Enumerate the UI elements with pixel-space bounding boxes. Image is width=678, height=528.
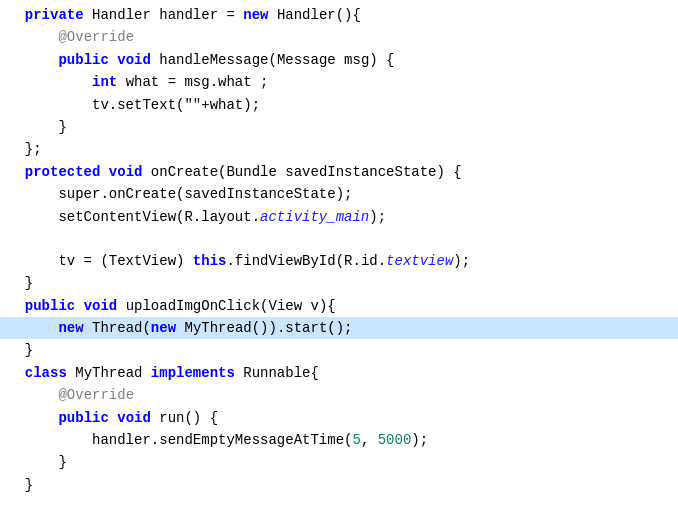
code-line: tv = (TextView) this.findViewById(R.id.t… bbox=[0, 250, 678, 272]
code-token: } bbox=[8, 451, 67, 473]
code-token: @Override bbox=[58, 26, 134, 48]
code-token: activity_main bbox=[260, 206, 369, 228]
code-token: textview bbox=[386, 250, 453, 272]
code-token bbox=[75, 295, 83, 317]
code-line: tv.setText(""+what); bbox=[0, 94, 678, 116]
code-token bbox=[8, 384, 58, 406]
code-token bbox=[8, 94, 92, 116]
code-token: tv.setText("" bbox=[92, 94, 201, 116]
code-token: handleMessage(Message msg) { bbox=[151, 49, 395, 71]
code-line: handler.sendEmptyMessageAtTime(5, 5000); bbox=[0, 429, 678, 451]
code-token: protected bbox=[25, 161, 101, 183]
code-token bbox=[8, 71, 92, 93]
code-line: public void uploadImgOnClick(View v){ bbox=[0, 295, 678, 317]
code-token: public bbox=[25, 295, 75, 317]
code-line: setContentView(R.layout.activity_main); bbox=[0, 206, 678, 228]
code-line: @Override bbox=[0, 384, 678, 406]
code-token: 5 bbox=[352, 429, 360, 451]
code-token: this bbox=[193, 250, 227, 272]
code-line: } bbox=[0, 339, 678, 361]
code-token: new bbox=[243, 4, 268, 26]
code-token bbox=[100, 161, 108, 183]
code-token: }; bbox=[8, 138, 42, 160]
code-token bbox=[109, 407, 117, 429]
code-token: Handler handler = bbox=[84, 4, 244, 26]
code-token bbox=[8, 4, 25, 26]
code-token: Runnable{ bbox=[235, 362, 319, 384]
code-token: 5000 bbox=[378, 429, 412, 451]
code-token: public bbox=[58, 407, 108, 429]
code-token bbox=[8, 161, 25, 183]
code-token: ); bbox=[453, 250, 470, 272]
code-line: public void run() { bbox=[0, 407, 678, 429]
code-token: new bbox=[151, 317, 176, 339]
code-line: new Thread(new MyThread()).start(); bbox=[0, 317, 678, 339]
code-token: } bbox=[8, 474, 33, 496]
code-line: @Override bbox=[0, 26, 678, 48]
code-token: @Override bbox=[58, 384, 134, 406]
code-token: what = msg.what ; bbox=[117, 71, 268, 93]
code-line: int what = msg.what ; bbox=[0, 71, 678, 93]
code-line: }; bbox=[0, 138, 678, 160]
code-token: +what); bbox=[201, 94, 260, 116]
code-token: class bbox=[25, 362, 67, 384]
code-token: int bbox=[92, 71, 117, 93]
code-token bbox=[8, 26, 58, 48]
code-line: } bbox=[0, 474, 678, 496]
code-token: } bbox=[8, 339, 33, 361]
code-token: void bbox=[109, 161, 143, 183]
code-token: run() { bbox=[151, 407, 218, 429]
code-line: protected void onCreate(Bundle savedInst… bbox=[0, 161, 678, 183]
code-line: class MyThread implements Runnable{ bbox=[0, 362, 678, 384]
code-token bbox=[8, 407, 58, 429]
code-token: Handler(){ bbox=[268, 4, 360, 26]
code-token: } bbox=[8, 272, 33, 294]
code-token: setContentView(R.layout. bbox=[8, 206, 260, 228]
code-token: MyThread()).start(); bbox=[176, 317, 352, 339]
code-token: Thread( bbox=[84, 317, 151, 339]
code-token: super.onCreate(savedInstanceState); bbox=[8, 183, 352, 205]
code-line: } bbox=[0, 116, 678, 138]
code-token: onCreate(Bundle savedInstanceState) { bbox=[142, 161, 461, 183]
code-token: MyThread bbox=[67, 362, 151, 384]
code-token: , bbox=[361, 429, 378, 451]
code-token bbox=[109, 49, 117, 71]
code-token: ); bbox=[411, 429, 428, 451]
code-token bbox=[8, 295, 25, 317]
code-token: void bbox=[117, 49, 151, 71]
code-line: private Handler handler = new Handler(){ bbox=[0, 4, 678, 26]
code-line: super.onCreate(savedInstanceState); bbox=[0, 183, 678, 205]
code-token: ); bbox=[369, 206, 386, 228]
code-token: } bbox=[8, 116, 67, 138]
code-token: public bbox=[58, 49, 108, 71]
code-token: implements bbox=[151, 362, 235, 384]
code-line: } bbox=[0, 451, 678, 473]
code-line bbox=[0, 228, 678, 250]
code-token: new bbox=[58, 317, 83, 339]
code-line: public void handleMessage(Message msg) { bbox=[0, 49, 678, 71]
code-token: void bbox=[117, 407, 151, 429]
code-token bbox=[8, 49, 58, 71]
code-token: uploadImgOnClick(View v){ bbox=[117, 295, 335, 317]
code-token bbox=[8, 317, 58, 339]
code-editor: private Handler handler = new Handler(){… bbox=[0, 0, 678, 528]
code-token: void bbox=[84, 295, 118, 317]
code-line: } bbox=[0, 272, 678, 294]
code-token bbox=[8, 362, 25, 384]
code-token: .findViewById(R.id. bbox=[226, 250, 386, 272]
code-token: tv = (TextView) bbox=[8, 250, 193, 272]
code-token: handler.sendEmptyMessageAtTime( bbox=[8, 429, 352, 451]
code-token: private bbox=[25, 4, 84, 26]
